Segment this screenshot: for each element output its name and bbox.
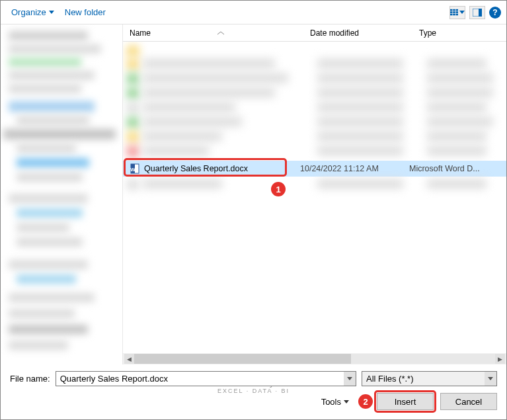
dialog-body: Name Date modified Type [1, 24, 506, 364]
svg-text:W: W [130, 167, 136, 173]
svg-rect-2 [456, 9, 458, 11]
scroll-thumb[interactable] [134, 354, 351, 364]
organize-label: Organize [11, 7, 46, 17]
new-folder-label: New folder [65, 7, 106, 17]
scroll-right-icon[interactable]: ▶ [495, 354, 505, 364]
svg-rect-4 [453, 11, 455, 13]
chevron-down-icon [459, 11, 465, 14]
navigation-pane[interactable] [1, 24, 123, 364]
dialog-footer: File name: Tools 2 Insert Cancel [1, 364, 506, 419]
file-list[interactable]: W Quarterly Sales Report.docx 10/24/2022… [123, 42, 506, 353]
chevron-down-icon [344, 400, 349, 403]
column-date[interactable]: Date modified [305, 28, 414, 38]
cancel-button[interactable]: Cancel [440, 393, 497, 410]
column-name[interactable]: Name [123, 28, 305, 38]
file-type-input[interactable] [362, 371, 497, 386]
svg-rect-6 [450, 13, 452, 15]
file-name-dropdown[interactable] [344, 372, 356, 386]
svg-rect-1 [453, 9, 455, 11]
svg-rect-10 [479, 9, 482, 17]
tools-button[interactable]: Tools [321, 397, 349, 407]
file-name: Quarterly Sales Report.docx [143, 164, 300, 173]
chevron-down-icon [488, 377, 493, 380]
svg-rect-8 [456, 13, 458, 15]
new-folder-button[interactable]: New folder [59, 5, 111, 20]
scroll-track[interactable] [134, 354, 495, 364]
file-type-filter[interactable] [362, 371, 497, 386]
chevron-down-icon [49, 11, 54, 14]
column-type[interactable]: Type [414, 28, 506, 38]
organize-button[interactable]: Organize [6, 5, 59, 20]
svg-rect-5 [456, 11, 458, 13]
annotation-marker-1: 1 [271, 182, 286, 196]
insert-button[interactable]: Insert [377, 393, 434, 410]
svg-rect-3 [450, 11, 452, 13]
file-list-panel: Name Date modified Type [123, 24, 506, 364]
file-type: Microsoft Word D... [409, 164, 506, 173]
scroll-left-icon[interactable]: ◀ [124, 354, 134, 364]
horizontal-scrollbar[interactable]: ◀ ▶ [123, 353, 506, 364]
file-name-label: File name: [10, 374, 50, 384]
chevron-down-icon [347, 377, 352, 380]
preview-pane-button[interactable] [469, 6, 485, 19]
file-name-input[interactable] [56, 371, 356, 386]
sort-indicator-icon [217, 31, 225, 35]
svg-rect-0 [450, 9, 452, 11]
column-headers[interactable]: Name Date modified Type [123, 24, 506, 42]
word-document-icon: W [127, 163, 143, 175]
view-controls: ? [449, 6, 501, 19]
file-type-dropdown[interactable] [485, 372, 496, 386]
annotation-marker-2: 2 [358, 394, 373, 409]
file-row-selected[interactable]: W Quarterly Sales Report.docx 10/24/2022… [123, 161, 506, 177]
help-icon[interactable]: ? [489, 7, 501, 19]
svg-rect-7 [453, 13, 455, 15]
file-name-combo[interactable] [56, 371, 356, 386]
dialog-toolbar: Organize New folder ? [1, 1, 506, 24]
file-date: 10/24/2022 11:12 AM [300, 164, 409, 173]
view-mode-button[interactable] [449, 6, 465, 19]
